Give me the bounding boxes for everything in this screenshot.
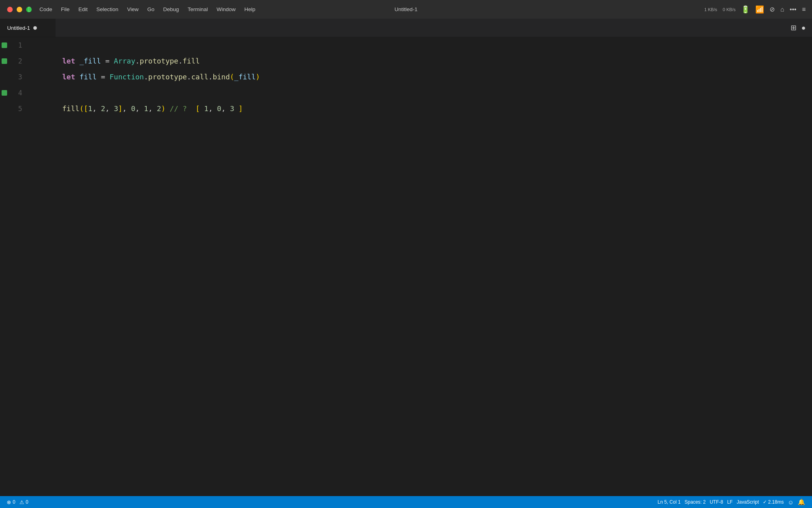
smiley-icon[interactable]: ☺ xyxy=(786,496,796,508)
code-line-3: 3 xyxy=(0,69,806,85)
line-number-5: 5 xyxy=(9,101,29,117)
tabbar-right: ⊞ ● xyxy=(791,23,806,32)
line-number-3: 3 xyxy=(9,69,29,85)
status-spaces[interactable]: Spaces: 2 xyxy=(683,496,708,508)
line-number-4: 4 xyxy=(9,85,29,101)
unsaved-dot: ● xyxy=(801,24,806,32)
breakpoint-4[interactable] xyxy=(0,85,9,101)
code-content-5[interactable] xyxy=(29,101,806,117)
code-line-4: 4 fill([1, 2, 3], 0, 1, 2) // ? [ 1, 0, … xyxy=(0,85,806,101)
line-number-2: 2 xyxy=(9,53,29,69)
menu-selection[interactable]: Selection xyxy=(92,0,123,19)
menu-code[interactable]: Code xyxy=(35,0,57,19)
more-icon: ••• xyxy=(790,6,797,13)
code-content-4[interactable]: fill([1, 2, 3], 0, 1, 2) // ? [ 1, 0, 3 … xyxy=(29,85,806,101)
status-left: ⊗ 0 ⚠ 0 xyxy=(0,496,30,508)
titlebar-right: 1 KB/s 0 KB/s 🔋 📶 ⊘ ⌂ ••• ≡ xyxy=(704,0,806,19)
menu-terminal[interactable]: Terminal xyxy=(183,0,212,19)
menu-view[interactable]: View xyxy=(123,0,143,19)
warning-count: 0 xyxy=(26,499,29,505)
status-errors[interactable]: ⊗ 0 ⚠ 0 xyxy=(5,496,30,508)
code-content-2[interactable]: let fill = Function.prototype.call.bind(… xyxy=(29,53,806,69)
menu-window[interactable]: Window xyxy=(212,0,240,19)
minimize-button[interactable] xyxy=(17,7,22,12)
battery-icon: 🔋 xyxy=(741,5,750,14)
code-content-1[interactable]: let _fill = Array.prototype.fill xyxy=(29,37,806,53)
menu-file[interactable]: File xyxy=(57,0,74,19)
editor: 1 let _fill = Array.prototype.fill 2 let… xyxy=(0,37,812,496)
tab-untitled[interactable]: Untitled-1 xyxy=(0,19,56,37)
vertical-scrollbar[interactable] xyxy=(806,37,812,496)
window-title: Untitled-1 xyxy=(395,6,417,12)
network-speed-down: 0 KB/s xyxy=(723,7,735,12)
status-line-ending[interactable]: LF xyxy=(725,496,735,508)
menu-bar:  Code File Edit Selection View Go Debug… xyxy=(24,0,260,19)
status-language[interactable]: JavaScript xyxy=(735,496,761,508)
code-line-1: 1 let _fill = Array.prototype.fill xyxy=(0,37,806,53)
menu-apple[interactable]:  xyxy=(24,0,35,19)
code-content-3[interactable] xyxy=(29,69,806,85)
close-button[interactable] xyxy=(7,7,13,12)
warning-icon: ⚠ xyxy=(19,499,24,505)
menu-debug[interactable]: Debug xyxy=(159,0,183,19)
bp-icon-2 xyxy=(2,58,7,64)
line-number-1: 1 xyxy=(9,37,29,53)
error-icon: ⊗ xyxy=(7,499,11,505)
wifi-icon: 📶 xyxy=(755,5,764,14)
titlebar:  Code File Edit Selection View Go Debug… xyxy=(0,0,812,19)
status-right: Ln 5, Col 1 Spaces: 2 UTF-8 LF JavaScrip… xyxy=(656,496,812,508)
breakpoint-3[interactable] xyxy=(0,69,9,85)
menu-go[interactable]: Go xyxy=(143,0,159,19)
error-count: 0 xyxy=(13,499,15,505)
bp-icon-4 xyxy=(2,90,7,96)
notification-icon[interactable]: 🔔 xyxy=(796,496,807,508)
menu-help[interactable]: Help xyxy=(240,0,260,19)
breakpoint-1[interactable] xyxy=(0,37,9,53)
airdrop-icon: ⌂ xyxy=(780,6,784,13)
split-editor-icon[interactable]: ⊞ xyxy=(791,23,797,32)
breakpoint-2[interactable] xyxy=(0,53,9,69)
status-perf[interactable]: ✓ 2.18ms xyxy=(761,496,786,508)
menu-extra-icon: ≡ xyxy=(802,6,806,13)
bp-icon-1 xyxy=(2,42,7,48)
code-line-5: 5 xyxy=(0,101,806,117)
do-not-disturb-icon: ⊘ xyxy=(770,6,775,13)
code-line-2: 2 let fill = Function.prototype.call.bin… xyxy=(0,53,806,69)
tab-label: Untitled-1 xyxy=(7,25,30,31)
statusbar: ⊗ 0 ⚠ 0 Ln 5, Col 1 Spaces: 2 UTF-8 LF J… xyxy=(0,496,812,508)
status-encoding[interactable]: UTF-8 xyxy=(708,496,725,508)
breakpoint-5[interactable] xyxy=(0,101,9,117)
status-position[interactable]: Ln 5, Col 1 xyxy=(656,496,683,508)
network-speed-up: 1 KB/s xyxy=(704,7,717,12)
tab-unsaved-indicator xyxy=(33,26,37,30)
menu-edit[interactable]: Edit xyxy=(74,0,92,19)
tabbar: Untitled-1 ⊞ ● xyxy=(0,19,812,37)
